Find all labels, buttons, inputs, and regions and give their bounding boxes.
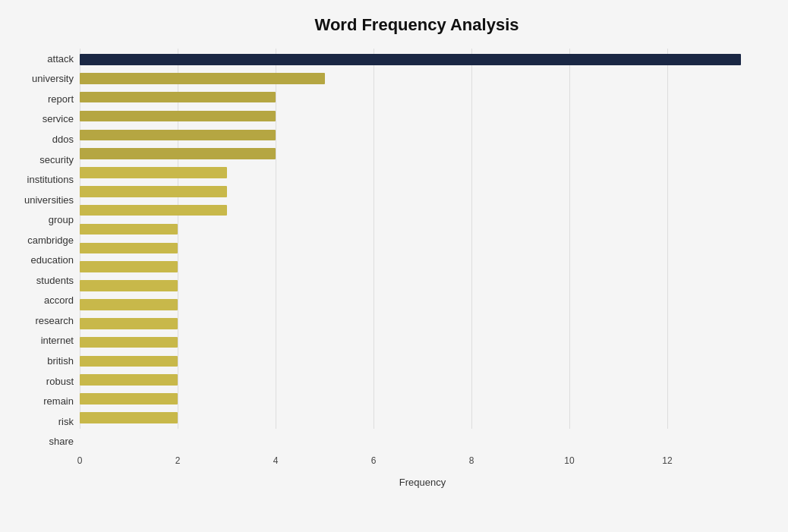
y-label: british — [8, 351, 80, 371]
bar-row — [80, 144, 765, 163]
chart-title: Word Frequency Analysis — [8, 15, 765, 35]
bar-row — [80, 182, 765, 201]
y-label: security — [8, 150, 80, 170]
bar-row — [80, 88, 765, 107]
y-label: report — [8, 89, 80, 109]
bar — [80, 167, 227, 178]
bar-row — [80, 408, 765, 427]
bar — [80, 337, 178, 348]
y-label: ddos — [8, 129, 80, 150]
y-label: students — [8, 270, 80, 291]
bar — [80, 54, 741, 65]
bar-row — [80, 163, 765, 182]
bar — [80, 243, 178, 254]
bar — [80, 148, 276, 159]
bar — [80, 299, 178, 310]
x-tick: 4 — [273, 455, 279, 466]
bar — [80, 130, 276, 141]
bar — [80, 412, 178, 423]
x-tick: 0 — [77, 455, 83, 466]
y-label: accord — [8, 291, 80, 311]
bar — [80, 393, 178, 405]
chart-container: Word Frequency Analysis attackuniversity… — [0, 0, 788, 532]
bar — [80, 73, 325, 84]
x-axis: Frequency 024681012 — [80, 452, 765, 474]
y-label: attack — [8, 49, 80, 69]
y-label: institutions — [8, 169, 80, 190]
bar — [80, 374, 178, 386]
y-labels: attackuniversityreportserviceddossecurit… — [8, 49, 80, 474]
bar-row — [80, 295, 765, 314]
bar — [80, 92, 276, 103]
bar — [80, 356, 178, 367]
y-label: research — [8, 310, 80, 331]
y-label: risk — [8, 411, 80, 432]
chart-area: attackuniversityreportserviceddossecurit… — [8, 49, 765, 474]
x-tick: 2 — [175, 455, 181, 466]
bar-row — [80, 50, 765, 69]
y-label: education — [8, 250, 80, 270]
x-axis-label: Frequency — [399, 477, 446, 488]
y-label: internet — [8, 331, 80, 351]
y-label: group — [8, 209, 80, 230]
bar — [80, 224, 178, 235]
bar — [80, 111, 276, 122]
bar-row — [80, 125, 765, 144]
bar — [80, 280, 178, 291]
bar-row — [80, 370, 765, 389]
bar — [80, 205, 227, 216]
x-tick: 12 — [662, 455, 672, 466]
bar-row — [80, 220, 765, 239]
bar-row — [80, 238, 765, 257]
y-label: service — [8, 109, 80, 130]
y-label: share — [8, 431, 80, 452]
y-label: robust — [8, 371, 80, 392]
y-label: cambridge — [8, 230, 80, 250]
bar-row — [80, 257, 765, 276]
bar — [80, 261, 178, 272]
bar-row — [80, 314, 765, 333]
x-tick: 6 — [371, 455, 377, 466]
y-label: universities — [8, 190, 80, 210]
bar-row — [80, 389, 765, 408]
y-label: university — [8, 69, 80, 90]
bar-row — [80, 201, 765, 220]
bar-row — [80, 352, 765, 371]
x-tick: 8 — [469, 455, 474, 466]
bars-wrapper — [80, 49, 765, 452]
bar-row — [80, 333, 765, 352]
bar — [80, 186, 227, 197]
y-label: remain — [8, 391, 80, 411]
bar — [80, 318, 178, 329]
bars-inner — [80, 49, 765, 429]
bar-row — [80, 107, 765, 126]
bars-section: Frequency 024681012 — [80, 49, 765, 474]
bar-row — [80, 276, 765, 295]
bar-row — [80, 69, 765, 88]
x-tick: 10 — [564, 455, 574, 466]
